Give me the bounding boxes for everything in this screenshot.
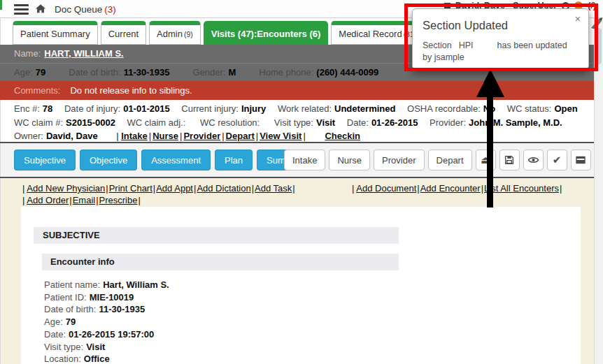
stage-buttons: Intake Nurse Provider Depart ⏏ ✔ ⚙ ⚙ <box>284 150 603 170</box>
save-button[interactable] <box>499 150 520 170</box>
pencil-icon <box>590 15 602 29</box>
tab-admin[interactable]: Admin(9) <box>149 21 201 45</box>
field-patient-name: Patient name:Hart, William S. <box>44 279 169 291</box>
link-nurse[interactable]: Nurse <box>152 131 183 141</box>
name-label: Name: <box>14 48 41 59</box>
nurse-button[interactable]: Nurse <box>329 150 370 170</box>
encounter-row-1: Enc #:78 Date of injury:01-01-2015 Curre… <box>14 102 603 116</box>
home-icon[interactable] <box>34 3 47 17</box>
comments-bar: Comments:Do not release info to siblings… <box>0 81 594 100</box>
menu-icon[interactable] <box>14 4 29 15</box>
sidebar-accent <box>0 0 2 10</box>
save-icon <box>504 154 515 166</box>
link-add-task[interactable]: Add Task <box>255 183 296 194</box>
breadcrumb: Doc Queue(3) <box>55 4 116 15</box>
field-age: Age:79 <box>44 316 169 328</box>
encounter-row-2: WC claim #:S2015-0002 WC claim adj.: WC … <box>14 116 603 130</box>
eject-button[interactable]: ⏏ <box>476 150 496 170</box>
link-prescribe[interactable]: Prescribe <box>99 195 141 205</box>
link-add-appt[interactable]: Add Appt <box>156 183 197 194</box>
app-window: Doc Queue(3) David, Dave - SuperUser (/)… <box>0 0 603 364</box>
encounter-info-fields: Patient name:Hart, William S. Patient ID… <box>44 279 169 364</box>
tab-patient-summary[interactable]: Patient Summary <box>13 21 98 45</box>
field-dob: Date of birth:11-30-1935 <box>44 303 169 316</box>
depart-button[interactable]: Depart <box>428 150 472 170</box>
subjective-button[interactable]: Subjective <box>14 150 76 170</box>
gender-value: M <box>228 67 236 78</box>
quicklinks-row1-left: Add New PhysicianPrint ChartAdd ApptAdd … <box>22 183 296 194</box>
popup-byline: by jsample <box>423 52 582 64</box>
section-name: HPI <box>459 41 474 50</box>
provider-button[interactable]: Provider <box>374 150 424 170</box>
field-location: Location:Office <box>44 353 169 364</box>
plan-button[interactable]: Plan <box>215 150 253 170</box>
objective-button[interactable]: Objective <box>80 150 137 170</box>
divider-bottom <box>0 177 603 178</box>
popup-message: SectionHPIhas been updated by jsample <box>423 40 582 64</box>
dob-label: Date of birth: <box>69 67 120 78</box>
link-add-encounter[interactable]: Add Encounter <box>420 183 484 194</box>
quicklinks-row1-right: Add DocumentAdd EncounterList All Encoun… <box>352 183 562 194</box>
divider-top <box>0 142 603 143</box>
intake-button[interactable]: Intake <box>284 150 325 170</box>
tab-current[interactable]: Current <box>101 21 146 45</box>
popup-title: Section Updated <box>423 19 508 32</box>
queue-count: (3) <box>104 4 116 15</box>
link-provider[interactable]: Provider <box>183 131 225 141</box>
phone-label: Home phone: <box>259 67 313 78</box>
tab-visits-encounters[interactable]: Visits (47):Encounters (6) <box>204 21 329 45</box>
eye-icon <box>527 155 539 165</box>
scrollbar[interactable] <box>594 18 603 364</box>
chart-tabs: Patient Summary Current Admin(9) Visits … <box>13 21 455 45</box>
link-add-order[interactable]: Add Order <box>27 195 72 205</box>
comments-text: Do not release info to siblings. <box>70 85 192 96</box>
link-print-chart[interactable]: Print Chart <box>109 183 157 194</box>
link-add-new-physician[interactable]: Add New Physician <box>27 183 108 194</box>
section-header-subjective: SUBJECTIVE <box>34 227 399 244</box>
section-header-encounter-info: Encounter info <box>42 254 399 270</box>
patient-name-link[interactable]: HART, WILLIAM S. <box>44 48 123 59</box>
archive-button[interactable] <box>571 150 591 170</box>
close-icon[interactable]: × <box>575 13 581 24</box>
queue-title: Doc Queue <box>55 4 102 15</box>
visit-stage-links: IntakeNurseProviderDepartView Visit <box>116 131 307 141</box>
link-checkin[interactable]: Checkin <box>325 131 360 141</box>
gender-label: Gender: <box>192 67 225 78</box>
link-view-visit[interactable]: View Visit <box>260 131 307 141</box>
approve-button[interactable]: ✔ <box>547 150 567 170</box>
age-value: 79 <box>36 67 45 78</box>
field-patient-id: Patient ID:MIE-10019 <box>44 291 169 304</box>
link-email[interactable]: Email <box>73 195 99 205</box>
preview-button[interactable] <box>523 150 544 170</box>
field-date: Date:01-26-2015 19:57:00 <box>44 328 169 341</box>
phone-value: (260) 444-0099 <box>316 67 378 78</box>
dob-value: 11-30-1935 <box>124 67 170 78</box>
check-icon: ✔ <box>553 154 562 166</box>
archive-icon <box>575 155 586 165</box>
eject-icon: ⏏ <box>481 154 490 166</box>
encounter-row-3: Owner:David, Dave IntakeNurseProviderDep… <box>14 129 603 143</box>
quicklinks-row2: Add OrderEmailPrescribe <box>22 195 141 205</box>
field-visit-type: Visit type:Visit <box>44 341 169 354</box>
section-buttons: Subjective Objective Assessment Plan Sum… <box>14 150 315 170</box>
link-intake[interactable]: Intake <box>121 131 152 141</box>
note-toolbar: Subjective Objective Assessment Plan Sum… <box>0 143 603 177</box>
scrollbar-thumb[interactable] <box>596 28 602 64</box>
logout-icon[interactable]: (/) <box>588 1 596 10</box>
assessment-button[interactable]: Assessment <box>141 150 211 170</box>
note-content: SUBJECTIVE Encounter info Patient name:H… <box>21 207 581 364</box>
link-depart[interactable]: Depart <box>226 131 260 141</box>
link-add-dictation[interactable]: Add Dictation <box>197 183 255 194</box>
encounter-summary: Enc #:78 Date of injury:01-01-2015 Curre… <box>0 100 603 142</box>
notification-popup: Section Updated × SectionHPIhas been upd… <box>412 8 589 70</box>
comments-label: Comments: <box>14 85 60 96</box>
age-label: Age: <box>14 67 33 78</box>
link-add-document[interactable]: Add Document <box>356 183 420 194</box>
link-list-all-encounters[interactable]: List All Encounters <box>484 183 562 194</box>
